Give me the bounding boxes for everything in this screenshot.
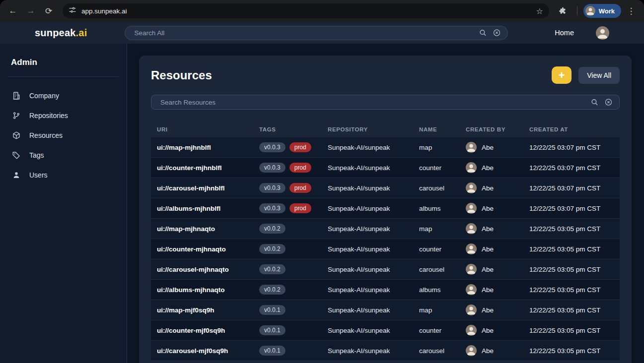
back-icon[interactable]: ← bbox=[5, 3, 21, 19]
avatar bbox=[466, 142, 477, 153]
resource-uri[interactable]: ui://map-mjhnblfl bbox=[157, 144, 259, 151]
table-row[interactable]: ui://counter-mjhnaqto v0.0.2 Sunpeak-AI/… bbox=[151, 239, 620, 259]
site-settings-icon[interactable] bbox=[69, 6, 76, 16]
resource-tags: v0.0.1 bbox=[259, 346, 328, 356]
sidebar-item-label: Company bbox=[29, 92, 59, 100]
resource-uri[interactable]: ui://carousel-mjf0sq9h bbox=[157, 347, 259, 355]
sidebar-item-resources[interactable]: Resources bbox=[0, 125, 127, 145]
sidebar-item-label: Users bbox=[29, 171, 48, 179]
extensions-icon[interactable] bbox=[555, 3, 571, 19]
table-row[interactable]: ui://map-mjf0sq9h v0.0.1 Sunpeak-AI/sunp… bbox=[151, 300, 620, 320]
forward-icon[interactable]: → bbox=[23, 3, 39, 19]
sidebar-item-users[interactable]: Users bbox=[0, 165, 127, 185]
resource-created-at: 12/22/25 03:05 pm CST bbox=[529, 286, 614, 294]
resource-repository: Sunpeak-AI/sunpeak bbox=[328, 266, 419, 273]
sidebar-item-company[interactable]: Company bbox=[0, 86, 127, 106]
avatar bbox=[466, 182, 477, 193]
resource-tags: v0.0.3prod bbox=[259, 183, 328, 193]
browser-toolbar: ← → ⟳ app.sunpeak.ai ☆ Work bbox=[0, 0, 644, 22]
created-by-name: Abe bbox=[482, 327, 494, 334]
version-badge: v0.0.2 bbox=[259, 224, 286, 234]
table-row[interactable]: ui://carousel-mjhnaqto v0.0.2 Sunpeak-AI… bbox=[151, 259, 620, 280]
global-search-input[interactable] bbox=[125, 26, 508, 40]
resource-created-by: Abe bbox=[466, 304, 529, 315]
logo-accent: .ai bbox=[76, 27, 87, 38]
version-badge: v0.0.2 bbox=[259, 285, 286, 295]
version-badge: v0.0.2 bbox=[259, 244, 286, 254]
reload-icon[interactable]: ⟳ bbox=[41, 3, 57, 19]
url-bar[interactable]: app.sunpeak.ai ☆ bbox=[63, 3, 549, 18]
sidebar-item-label: Repositories bbox=[29, 112, 68, 120]
url-text[interactable]: app.sunpeak.ai bbox=[81, 7, 531, 15]
created-by-name: Abe bbox=[482, 266, 494, 273]
resource-uri[interactable]: ui://counter-mjhnblfl bbox=[157, 164, 259, 172]
resource-created-by: Abe bbox=[466, 243, 529, 254]
browser-window: ← → ⟳ app.sunpeak.ai ☆ Work bbox=[0, 0, 644, 363]
table-row[interactable]: ui://carousel-mjf0sq9h v0.0.1 Sunpeak-AI… bbox=[151, 341, 620, 361]
main-content: Resources + View All bbox=[127, 44, 644, 363]
created-by-name: Abe bbox=[482, 164, 494, 172]
user-avatar[interactable] bbox=[596, 26, 609, 40]
resource-created-at: 12/22/25 03:07 pm CST bbox=[529, 144, 614, 151]
table-row[interactable]: ui://counter-mjf0sq9h v0.0.1 Sunpeak-AI/… bbox=[151, 320, 620, 341]
resource-tags: v0.0.3prod bbox=[259, 203, 328, 213]
resource-uri[interactable]: ui://carousel-mjhnblfl bbox=[157, 184, 259, 192]
logo-primary: sunpeak bbox=[35, 27, 76, 38]
user-icon bbox=[12, 171, 21, 180]
table-row[interactable]: ui://albums-mjhnaqto v0.0.2 Sunpeak-AI/s… bbox=[151, 280, 620, 300]
home-link[interactable]: Home bbox=[555, 29, 574, 37]
view-all-button[interactable]: View All bbox=[578, 67, 620, 84]
resource-created-by: Abe bbox=[466, 264, 529, 275]
clear-search-icon[interactable] bbox=[604, 98, 613, 107]
column-header-tags: TAGS bbox=[259, 126, 328, 132]
resource-uri[interactable]: ui://carousel-mjhnaqto bbox=[157, 266, 259, 273]
table-row[interactable]: ui://albums-mjhnblfl v0.0.3prod Sunpeak-… bbox=[151, 198, 620, 219]
resource-uri[interactable]: ui://counter-mjf0sq9h bbox=[157, 327, 259, 334]
version-badge: v0.0.2 bbox=[259, 264, 286, 274]
table-header: URI TAGS REPOSITORY NAME CREATED BY CREA… bbox=[151, 121, 620, 137]
resource-uri[interactable]: ui://map-mjf0sq9h bbox=[157, 306, 259, 314]
sidebar-divider bbox=[8, 76, 119, 77]
logo[interactable]: sunpeak.ai bbox=[35, 27, 87, 39]
resource-uri[interactable]: ui://albums-mjhnaqto bbox=[157, 286, 259, 294]
resource-uri[interactable]: ui://counter-mjhnaqto bbox=[157, 245, 259, 253]
resource-repository: Sunpeak-AI/sunpeak bbox=[328, 306, 419, 314]
table-row[interactable]: ui://counter-mjhnblfl v0.0.3prod Sunpeak… bbox=[151, 158, 620, 178]
browser-menu-icon[interactable]: ⋮ bbox=[623, 3, 639, 19]
resource-uri[interactable]: ui://albums-mjhnblfl bbox=[157, 205, 259, 212]
column-header-uri: URI bbox=[157, 126, 259, 132]
table-row[interactable]: ui://map-mjhnblfl v0.0.3prod Sunpeak-AI/… bbox=[151, 137, 620, 158]
sidebar-item-label: Tags bbox=[29, 151, 44, 159]
building-icon bbox=[12, 91, 21, 100]
table-body: ui://map-mjhnblfl v0.0.3prod Sunpeak-AI/… bbox=[151, 137, 620, 361]
search-icon[interactable] bbox=[479, 29, 487, 37]
clear-search-icon[interactable] bbox=[493, 29, 501, 37]
search-icon[interactable] bbox=[590, 98, 599, 107]
prod-badge: prod bbox=[289, 203, 311, 213]
sidebar-item-tags[interactable]: Tags bbox=[0, 145, 127, 165]
resource-created-by: Abe bbox=[466, 345, 529, 356]
resource-tags: v0.0.2 bbox=[259, 224, 328, 234]
resource-tags: v0.0.1 bbox=[259, 305, 328, 315]
sidebar-item-repositories[interactable]: Repositories bbox=[0, 106, 127, 125]
version-badge: v0.0.1 bbox=[259, 346, 286, 356]
resource-name: carousel bbox=[419, 266, 466, 273]
resource-name: map bbox=[419, 306, 466, 314]
profile-chip[interactable]: Work bbox=[583, 4, 621, 18]
avatar bbox=[466, 223, 477, 234]
profile-label: Work bbox=[599, 7, 615, 15]
resource-created-at: 12/22/25 03:07 pm CST bbox=[529, 205, 614, 212]
global-search bbox=[125, 26, 508, 40]
resource-tags: v0.0.2 bbox=[259, 244, 328, 254]
resource-uri[interactable]: ui://map-mjhnaqto bbox=[157, 225, 259, 233]
created-by-name: Abe bbox=[482, 245, 494, 253]
resource-name: map bbox=[419, 144, 466, 151]
column-header-repository: REPOSITORY bbox=[328, 126, 419, 132]
resources-search-input[interactable] bbox=[151, 95, 620, 110]
table-row[interactable]: ui://carousel-mjhnblfl v0.0.3prod Sunpea… bbox=[151, 178, 620, 198]
table-row[interactable]: ui://map-mjhnaqto v0.0.2 Sunpeak-AI/sunp… bbox=[151, 219, 620, 239]
add-resource-button[interactable]: + bbox=[552, 66, 572, 84]
avatar bbox=[466, 304, 477, 315]
bookmark-star-icon[interactable]: ☆ bbox=[536, 6, 543, 16]
resource-tags: v0.0.1 bbox=[259, 325, 328, 335]
